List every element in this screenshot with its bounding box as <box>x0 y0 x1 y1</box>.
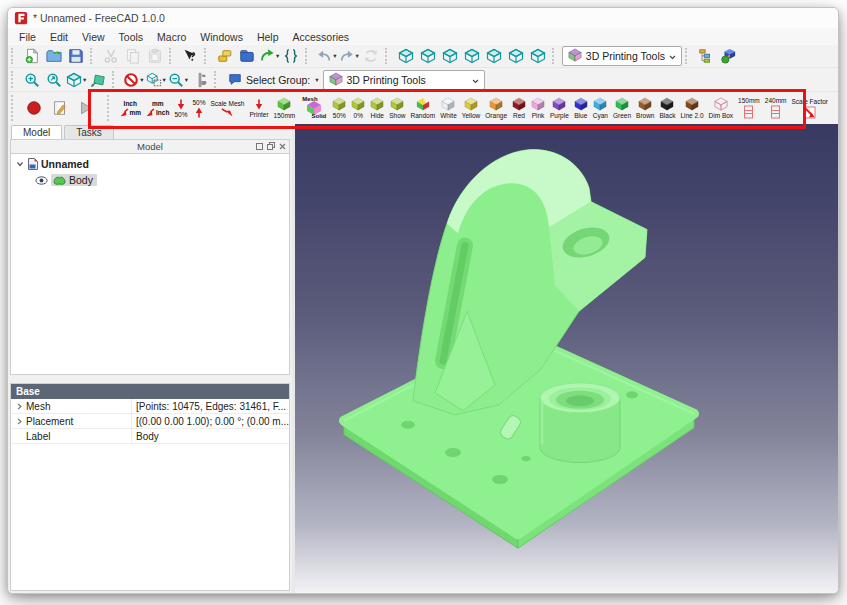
panel-splitter[interactable] <box>8 375 292 383</box>
paste-button[interactable] <box>144 46 166 66</box>
fit-selection-button[interactable] <box>43 70 65 90</box>
dock-window-buttons <box>256 142 286 150</box>
dropdown-arrow-icon: ▾ <box>140 76 143 84</box>
visibility-eye-icon[interactable] <box>35 176 48 185</box>
open-button[interactable] <box>43 46 65 66</box>
macro-edit-button[interactable] <box>47 95 73 121</box>
copy-button[interactable] <box>122 46 144 66</box>
part-gold-button[interactable] <box>214 46 236 66</box>
property-row-label[interactable]: LabelBody <box>11 429 289 444</box>
dependency-graph-button[interactable] <box>717 46 739 66</box>
tree-item-document[interactable]: Unnamed <box>11 156 289 172</box>
titlebar: * Unnamed - FreeCAD 1.0.0 <box>8 8 838 28</box>
freecad-window: * Unnamed - FreeCAD 1.0.0 FileEditViewTo… <box>7 7 839 594</box>
left-dock: ModelTasks Model Unnamed <box>8 124 292 593</box>
property-row-placement[interactable]: Placement[(0.00 0.00 1.00); 0.00 °; (0.0… <box>11 414 289 429</box>
menu-edit[interactable]: Edit <box>43 30 75 44</box>
toolbar-grip <box>11 95 18 121</box>
draw-style-button[interactable]: ▾ <box>122 70 144 90</box>
chevron-down-icon <box>669 50 676 62</box>
group-folder-button[interactable] <box>236 46 258 66</box>
tool-group-combo[interactable]: 3D Printing Tools <box>323 70 485 90</box>
right-view-button[interactable] <box>461 46 483 66</box>
toolbar-grip <box>214 71 221 88</box>
freecad-logo-icon <box>14 11 28 25</box>
property-value[interactable]: Body <box>132 429 289 443</box>
highlight-rectangle <box>88 89 806 129</box>
property-value[interactable]: [Points: 10475, Edges: 31461, F... <box>132 399 289 413</box>
tab-model[interactable]: Model <box>11 125 62 139</box>
box-zoom-button[interactable]: ▾ <box>145 70 167 90</box>
property-editor: Base Mesh[Points: 10475, Edges: 31461, F… <box>10 383 290 591</box>
document-icon <box>27 158 38 170</box>
menu-view[interactable]: View <box>75 30 112 44</box>
property-name: Label <box>11 429 132 443</box>
expression-button[interactable] <box>280 46 302 66</box>
3d-viewport[interactable] <box>295 124 838 593</box>
menu-macro[interactable]: Macro <box>150 30 193 44</box>
measure-button[interactable] <box>189 70 211 90</box>
toolbar-grip <box>11 71 18 88</box>
property-row-mesh[interactable]: Mesh[Points: 10475, Edges: 31461, F... <box>11 399 289 414</box>
chevron-down-icon[interactable] <box>16 160 24 168</box>
menu-windows[interactable]: Windows <box>193 30 250 44</box>
redo-button[interactable]: ▾ <box>338 46 360 66</box>
workbench-selector[interactable]: 3D Printing Tools <box>562 46 682 66</box>
toolbar-grip <box>11 48 18 64</box>
toolbar-grip <box>552 48 559 64</box>
zoom-button[interactable]: ▾ <box>167 70 189 90</box>
fit-all-button[interactable] <box>21 70 43 90</box>
restore-button[interactable] <box>267 142 275 150</box>
refresh-button[interactable] <box>360 46 382 66</box>
body-mesh-3d-model[interactable] <box>295 124 838 593</box>
workbench-selector-value: 3D Printing Tools <box>586 50 665 62</box>
select-group-button[interactable]: Select Group:▾ <box>224 70 322 90</box>
axonometric-view-button[interactable] <box>395 46 417 66</box>
expand-chevron-icon[interactable] <box>15 418 23 425</box>
close-icon[interactable] <box>279 143 286 150</box>
new-document-button[interactable] <box>21 46 43 66</box>
menu-accessories[interactable]: Accessories <box>286 30 357 44</box>
toolbar-grip <box>305 48 312 64</box>
dropdown-arrow-icon: ▾ <box>333 52 336 60</box>
speech-bubble-icon <box>228 72 242 88</box>
workbench-icon <box>568 48 582 64</box>
dropdown-arrow-icon: ▾ <box>83 76 86 84</box>
menu-file[interactable]: File <box>12 30 43 44</box>
standard-views-button[interactable]: ▾ <box>65 70 87 90</box>
macro-record-button[interactable] <box>21 95 47 121</box>
rear-view-button[interactable] <box>483 46 505 66</box>
toolbar-grip <box>685 48 692 64</box>
dropdown-arrow-icon: ▾ <box>356 52 359 60</box>
front-view-button[interactable] <box>417 46 439 66</box>
property-rows: Mesh[Points: 10475, Edges: 31461, F...Pl… <box>11 399 289 444</box>
undo-button[interactable]: ▾ <box>315 46 337 66</box>
whats-this-button[interactable] <box>179 46 201 66</box>
property-value[interactable]: [(0.00 0.00 1.00); 0.00 °; (0.00 m... <box>132 414 289 428</box>
top-view-button[interactable] <box>439 46 461 66</box>
float-button[interactable] <box>256 143 263 150</box>
menu-help[interactable]: Help <box>250 30 286 44</box>
expand-chevron-icon[interactable] <box>15 403 23 410</box>
property-name: Mesh <box>11 399 132 413</box>
save-button[interactable] <box>65 46 87 66</box>
window-title: * Unnamed - FreeCAD 1.0.0 <box>33 12 165 24</box>
dropdown-arrow-icon: ▾ <box>163 76 166 84</box>
align-view-button[interactable] <box>87 70 109 90</box>
bottom-view-button[interactable] <box>505 46 527 66</box>
body-label: Body <box>69 174 93 186</box>
property-group-header: Base <box>11 384 289 399</box>
make-link-button[interactable]: ▾ <box>258 46 280 66</box>
toolbar-file-view: ▾▾▾3D Printing Tools <box>8 45 838 68</box>
toolbar-grip <box>112 71 119 88</box>
mesh-icon <box>53 175 66 185</box>
dropdown-arrow-icon: ▾ <box>185 76 188 84</box>
tree-view-button[interactable] <box>695 46 717 66</box>
tree-item-body[interactable]: Body <box>11 172 289 188</box>
property-name: Placement <box>11 414 132 428</box>
toolbar-grip <box>204 48 211 64</box>
dock-panel-header: Model <box>10 139 290 153</box>
menu-tools[interactable]: Tools <box>112 30 151 44</box>
cut-button[interactable] <box>100 46 122 66</box>
left-view-button[interactable] <box>527 46 549 66</box>
